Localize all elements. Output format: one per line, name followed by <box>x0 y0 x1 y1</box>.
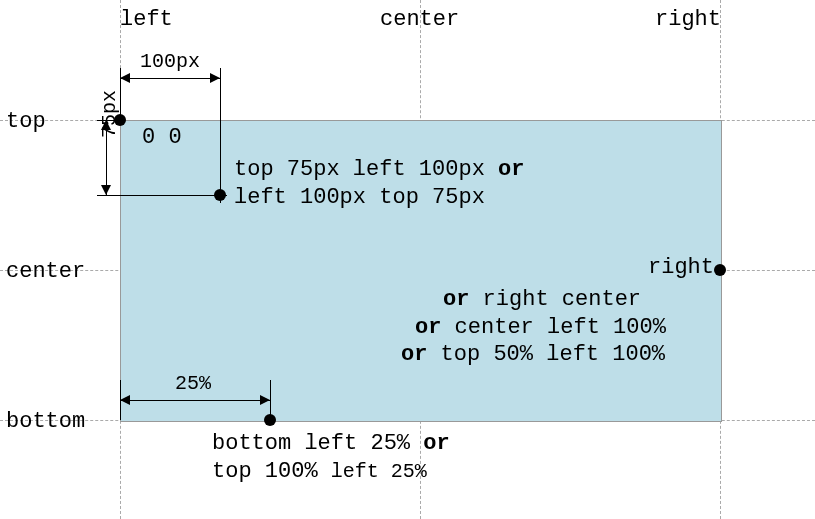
diagram-stage: left center right top center bottom 0 0 … <box>0 0 815 519</box>
or-keyword: or <box>498 157 524 182</box>
axis-label-left: left <box>120 6 173 34</box>
label-right: right <box>648 254 714 282</box>
top-left-line2: left 100px top 75px <box>234 185 485 210</box>
axis-label-bottom: bottom <box>6 408 85 436</box>
bottom-line2b: left 25% <box>331 460 427 483</box>
point-origin <box>114 114 126 126</box>
right-alt-1: right center <box>469 287 641 312</box>
axis-label-center-top: center <box>380 6 459 34</box>
dimension-25pct-label: 25% <box>175 372 211 395</box>
or-keyword: or <box>401 342 427 367</box>
label-top-75-left-100: top 75px left 100px or left 100px top 75… <box>234 156 524 211</box>
right-alt-3: top 50% left 100% <box>427 342 665 367</box>
label-right-alts: or right center or center left 100% or t… <box>443 286 666 369</box>
or-keyword: or <box>415 315 441 340</box>
bottom-line2a: top 100% <box>212 459 331 484</box>
point-top-75-left-100 <box>214 189 226 201</box>
axis-label-top: top <box>6 108 46 136</box>
label-bottom-left-25: bottom left 25% or top 100% left 25% <box>212 430 450 485</box>
point-right-center <box>714 264 726 276</box>
or-keyword: or <box>423 431 449 456</box>
bottom-line1a: bottom left 25% <box>212 431 423 456</box>
axis-label-right: right <box>655 6 721 34</box>
right-alt-2: center left 100% <box>441 315 665 340</box>
axis-label-center-side: center <box>6 258 85 286</box>
or-keyword: or <box>443 287 469 312</box>
point-bottom-left-25 <box>264 414 276 426</box>
dimension-100px-label: 100px <box>140 50 200 73</box>
origin-label: 0 0 <box>142 124 182 152</box>
top-left-line1a: top 75px left 100px <box>234 157 498 182</box>
